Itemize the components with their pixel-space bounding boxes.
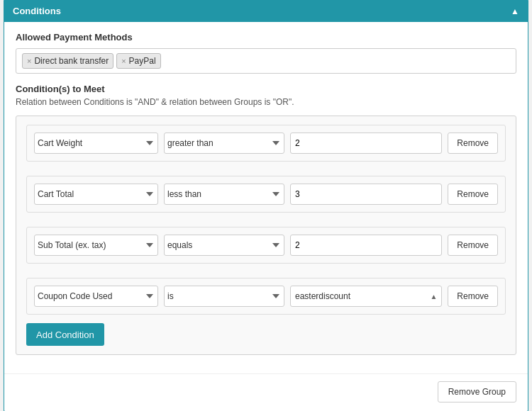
condition-operator-select-4[interactable]: is is not (164, 286, 284, 307)
remove-tag-direct-bank[interactable]: × (27, 57, 31, 65)
tag-label-direct-bank: Direct bank transfer (34, 56, 109, 66)
tag-label-paypal: PayPal (129, 56, 156, 66)
tag-paypal: × PayPal (116, 53, 160, 69)
condition-row-4: Cart Weight Cart Total Sub Total (ex. ta… (26, 278, 506, 315)
payment-methods-label: Allowed Payment Methods (16, 32, 516, 43)
panel-title: Conditions (13, 6, 61, 16)
panel-header: Conditions ▲ (4, 0, 528, 22)
conditions-group: Cart Weight Cart Total Sub Total (ex. ta… (16, 116, 516, 355)
condition-row-3: Cart Weight Cart Total Sub Total (ex. ta… (26, 227, 506, 264)
remove-tag-paypal[interactable]: × (121, 57, 126, 65)
remove-condition-btn-3[interactable]: Remove (448, 235, 498, 256)
condition-value-input-1[interactable] (290, 133, 442, 154)
payment-methods-box: × Direct bank transfer × PayPal (16, 48, 516, 74)
condition-operator-select-2[interactable]: greater than less than equals (164, 184, 284, 205)
coupon-value-dropdown[interactable]: easterdiscount ▲ (290, 286, 442, 307)
condition-value-input-3[interactable] (290, 235, 442, 256)
collapse-icon[interactable]: ▲ (511, 6, 519, 16)
condition-type-select-2[interactable]: Cart Weight Cart Total Sub Total (ex. ta… (34, 184, 158, 205)
condition-row-1: Cart Weight Cart Total Sub Total (ex. ta… (26, 125, 506, 162)
conditions-note: Relation between Conditions is "AND" & r… (16, 97, 516, 107)
conditions-panel: Conditions ▲ Allowed Payment Methods × D… (4, 0, 528, 411)
condition-type-select-4[interactable]: Cart Weight Cart Total Sub Total (ex. ta… (34, 286, 158, 307)
coupon-value-text: easterdiscount (295, 291, 350, 301)
tag-direct-bank: × Direct bank transfer (22, 53, 113, 69)
condition-type-select-1[interactable]: Cart Weight Cart Total Sub Total (ex. ta… (34, 133, 158, 154)
conditions-list: Cart Weight Cart Total Sub Total (ex. ta… (26, 125, 506, 315)
condition-value-input-2[interactable] (290, 184, 442, 205)
remove-condition-btn-4[interactable]: Remove (448, 286, 498, 307)
add-condition-button[interactable]: Add Condition (26, 323, 104, 346)
remove-group-button[interactable]: Remove Group (438, 381, 516, 402)
panel-footer: Remove Group (4, 373, 528, 411)
condition-row-2: Cart Weight Cart Total Sub Total (ex. ta… (26, 176, 506, 213)
panel-body: Allowed Payment Methods × Direct bank tr… (4, 22, 528, 365)
remove-condition-btn-1[interactable]: Remove (448, 133, 498, 154)
remove-condition-btn-2[interactable]: Remove (448, 184, 498, 205)
condition-operator-select-3[interactable]: greater than less than equals (164, 235, 284, 256)
coupon-dropdown-arrow: ▲ (430, 293, 437, 300)
conditions-title: Condition(s) to Meet (16, 84, 516, 94)
condition-type-select-3[interactable]: Cart Weight Cart Total Sub Total (ex. ta… (34, 235, 158, 256)
condition-operator-select-1[interactable]: greater than less than equals (164, 133, 284, 154)
